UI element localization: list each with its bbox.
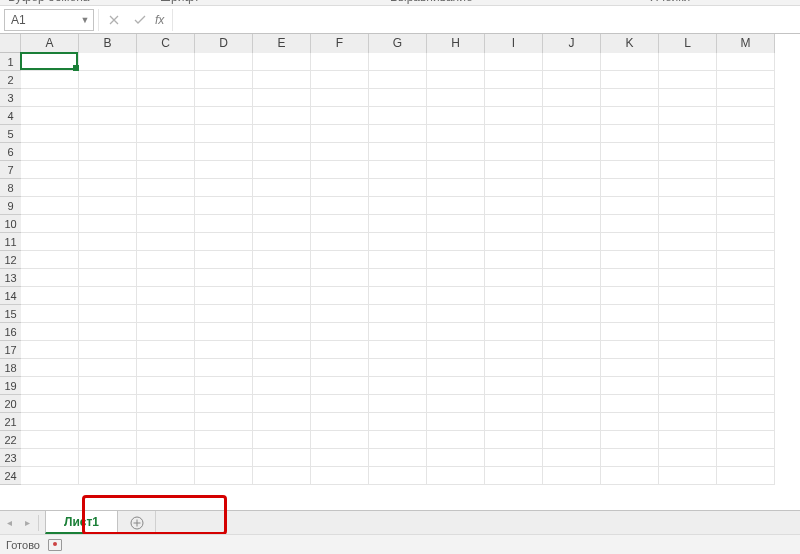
cell[interactable] xyxy=(717,89,775,107)
cell[interactable] xyxy=(427,179,485,197)
cell[interactable] xyxy=(601,341,659,359)
cell[interactable] xyxy=(543,431,601,449)
cell[interactable] xyxy=(717,143,775,161)
cell[interactable] xyxy=(21,269,79,287)
cell[interactable] xyxy=(601,449,659,467)
cell[interactable] xyxy=(311,269,369,287)
cell[interactable] xyxy=(253,215,311,233)
cell[interactable] xyxy=(311,215,369,233)
cell[interactable] xyxy=(717,413,775,431)
cell[interactable] xyxy=(369,215,427,233)
cell[interactable] xyxy=(485,431,543,449)
cell[interactable] xyxy=(659,395,717,413)
cell[interactable] xyxy=(253,449,311,467)
cell[interactable] xyxy=(79,269,137,287)
column-header[interactable]: M xyxy=(717,34,775,53)
row-header[interactable]: 20 xyxy=(0,395,21,413)
cell[interactable] xyxy=(369,125,427,143)
cell[interactable] xyxy=(601,269,659,287)
cell[interactable] xyxy=(253,287,311,305)
cell[interactable] xyxy=(659,215,717,233)
cell[interactable] xyxy=(79,359,137,377)
row-header[interactable]: 24 xyxy=(0,467,21,485)
cell[interactable] xyxy=(659,467,717,485)
cell[interactable] xyxy=(543,161,601,179)
cell[interactable] xyxy=(659,413,717,431)
cell[interactable] xyxy=(369,161,427,179)
select-all-corner[interactable] xyxy=(0,34,21,53)
cell[interactable] xyxy=(21,179,79,197)
cell[interactable] xyxy=(253,251,311,269)
cell[interactable] xyxy=(427,53,485,71)
cell[interactable] xyxy=(311,197,369,215)
cell[interactable] xyxy=(79,467,137,485)
cell[interactable] xyxy=(659,179,717,197)
row-header[interactable]: 4 xyxy=(0,107,21,125)
cell[interactable] xyxy=(427,305,485,323)
cell[interactable] xyxy=(601,125,659,143)
cell[interactable] xyxy=(137,431,195,449)
column-header[interactable]: E xyxy=(253,34,311,53)
cell[interactable] xyxy=(137,197,195,215)
cell[interactable] xyxy=(137,233,195,251)
cell[interactable] xyxy=(137,323,195,341)
cell[interactable] xyxy=(21,125,79,143)
cell[interactable] xyxy=(659,89,717,107)
cell[interactable] xyxy=(311,431,369,449)
cell[interactable] xyxy=(195,323,253,341)
cell[interactable] xyxy=(195,305,253,323)
cell[interactable] xyxy=(369,233,427,251)
cell[interactable] xyxy=(543,251,601,269)
cell[interactable] xyxy=(659,71,717,89)
cell[interactable] xyxy=(659,359,717,377)
cell[interactable] xyxy=(311,359,369,377)
cell[interactable] xyxy=(485,449,543,467)
cell[interactable] xyxy=(543,359,601,377)
row-header[interactable]: 13 xyxy=(0,269,21,287)
cell[interactable] xyxy=(427,125,485,143)
cell[interactable] xyxy=(21,53,79,71)
cell[interactable] xyxy=(485,161,543,179)
cell[interactable] xyxy=(21,71,79,89)
cell[interactable] xyxy=(543,287,601,305)
cell[interactable] xyxy=(21,431,79,449)
cell[interactable] xyxy=(601,179,659,197)
cell[interactable] xyxy=(253,197,311,215)
column-header[interactable]: J xyxy=(543,34,601,53)
cell[interactable] xyxy=(427,251,485,269)
cell[interactable] xyxy=(79,323,137,341)
cell[interactable] xyxy=(427,467,485,485)
cell[interactable] xyxy=(79,161,137,179)
cell[interactable] xyxy=(369,287,427,305)
row-header[interactable]: 11 xyxy=(0,233,21,251)
cell[interactable] xyxy=(543,449,601,467)
cell[interactable] xyxy=(253,431,311,449)
cell[interactable] xyxy=(369,197,427,215)
cell[interactable] xyxy=(311,53,369,71)
fx-label[interactable]: fx xyxy=(153,13,170,27)
cell[interactable] xyxy=(137,467,195,485)
cell[interactable] xyxy=(717,161,775,179)
cell[interactable] xyxy=(543,71,601,89)
column-header[interactable]: H xyxy=(427,34,485,53)
cell[interactable] xyxy=(253,269,311,287)
cell[interactable] xyxy=(311,125,369,143)
cell[interactable] xyxy=(659,125,717,143)
column-header[interactable]: I xyxy=(485,34,543,53)
cell[interactable] xyxy=(427,89,485,107)
cell[interactable] xyxy=(311,413,369,431)
column-header[interactable]: B xyxy=(79,34,137,53)
column-header[interactable]: F xyxy=(311,34,369,53)
cell[interactable] xyxy=(195,395,253,413)
cell[interactable] xyxy=(369,53,427,71)
column-header[interactable]: D xyxy=(195,34,253,53)
cell[interactable] xyxy=(601,305,659,323)
cell[interactable] xyxy=(659,449,717,467)
cell[interactable] xyxy=(717,359,775,377)
cell[interactable] xyxy=(137,305,195,323)
cell[interactable] xyxy=(543,323,601,341)
cell[interactable] xyxy=(369,449,427,467)
cell[interactable] xyxy=(253,395,311,413)
cell[interactable] xyxy=(253,107,311,125)
cell[interactable] xyxy=(137,413,195,431)
